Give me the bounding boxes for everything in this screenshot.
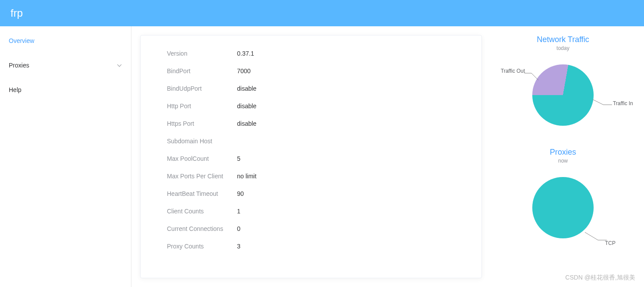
chart-label-out: Traffic Out (501, 68, 525, 74)
sidebar: Overview Proxies Help (0, 26, 131, 287)
sidebar-item-overview[interactable]: Overview (0, 28, 131, 53)
form-row: Version 0.37.1 (167, 49, 455, 58)
watermark-text: CSDN @桂花很香,旭很美 (565, 274, 635, 282)
form-value: 0.37.1 (237, 50, 254, 57)
form-value: 0 (237, 225, 241, 232)
form-value: 7000 (237, 67, 251, 74)
form-value: 5 (237, 155, 241, 162)
form-value: 1 (237, 208, 241, 215)
form-row: Http Port disable (167, 101, 455, 111)
sidebar-item-label: Overview (9, 28, 34, 53)
sidebar-item-help[interactable]: Help (0, 78, 131, 102)
leader-line-icon (593, 99, 612, 106)
chart-title: Network Traffic (537, 35, 589, 44)
form-value: 3 (237, 243, 241, 250)
pie-icon (532, 177, 594, 238)
form-row: Proxy Counts 3 (167, 241, 455, 251)
sidebar-item-proxies[interactable]: Proxies (0, 53, 131, 78)
chart-network-traffic: Network Traffic today Traffic Out Traffi… (502, 35, 624, 130)
form-label: Proxy Counts (167, 243, 237, 250)
form-value: 90 (237, 190, 244, 197)
app-header: frp (0, 0, 644, 26)
form-label: Max PoolCount (167, 155, 237, 162)
form-row: Subdomain Host (167, 136, 455, 146)
form-row: Max PoolCount 5 (167, 154, 455, 163)
leader-line-icon (585, 231, 607, 242)
chart-proxies: Proxies now TCP (502, 148, 624, 243)
form-row: HeartBeat Timeout 90 (167, 189, 455, 198)
main-content: Version 0.37.1 BindPort 7000 BindUdpPort… (131, 26, 644, 287)
form-row: Current Connections 0 (167, 224, 455, 234)
form-label: Http Port (167, 103, 237, 110)
form-label: Subdomain Host (167, 138, 237, 145)
pie-chart-proxies: TCP (502, 173, 624, 243)
form-value: disable (237, 120, 256, 127)
chart-label-in: Traffic In (613, 100, 633, 106)
form-row: Client Counts 1 (167, 206, 455, 216)
overview-card: Version 0.37.1 BindPort 7000 BindUdpPort… (140, 35, 482, 278)
leader-line-icon (524, 72, 542, 81)
form-value: disable (237, 85, 256, 92)
form-row: BindPort 7000 (167, 66, 455, 76)
form-row: Max Ports Per Client no limit (167, 171, 455, 181)
form-label: Max Ports Per Client (167, 173, 237, 180)
sidebar-item-label: Help (9, 78, 21, 102)
form-label: BindUdpPort (167, 85, 237, 92)
sidebar-item-label: Proxies (9, 53, 29, 78)
chart-subtitle: today (556, 45, 569, 51)
form-value: disable (237, 103, 256, 110)
chart-title: Proxies (550, 148, 576, 157)
form-label: Version (167, 50, 237, 57)
charts-panel: Network Traffic today Traffic Out Traffi… (491, 35, 635, 278)
chevron-down-icon (117, 63, 122, 68)
form-label: BindPort (167, 67, 237, 74)
form-value: no limit (237, 173, 256, 180)
form-label: HeartBeat Timeout (167, 190, 237, 197)
form-label: Client Counts (167, 208, 237, 215)
form-row: Https Port disable (167, 119, 455, 128)
app-title: frp (11, 7, 23, 19)
form-label: Current Connections (167, 225, 237, 232)
pie-chart-traffic: Traffic Out Traffic In (502, 60, 624, 130)
main-layout: Overview Proxies Help Version 0.37.1 Bin… (0, 26, 644, 287)
form-label: Https Port (167, 120, 237, 127)
form-row: BindUdpPort disable (167, 84, 455, 93)
chart-subtitle: now (558, 158, 568, 164)
